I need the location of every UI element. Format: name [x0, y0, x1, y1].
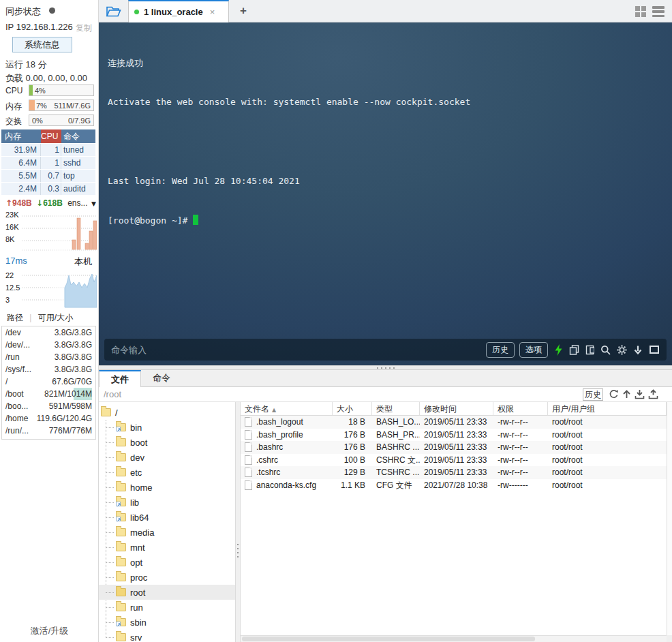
tree-item-dev[interactable]: dev	[99, 450, 235, 465]
proc-cmd: auditd	[61, 183, 95, 195]
tree-item-etc[interactable]: etc	[99, 465, 235, 480]
tree-label: srv	[130, 632, 142, 642]
file-row[interactable]: .bash_profile 176 B BASH_PR... 2019/05/1…	[241, 429, 667, 442]
tree-item-home[interactable]: home	[99, 480, 235, 495]
tree-item-srv[interactable]: srv	[99, 630, 235, 642]
file-row[interactable]: .bashrc 176 B BASHRC ... 2019/05/11 23:3…	[241, 441, 667, 454]
disk-value: 67.6G/70G	[52, 376, 92, 388]
disk-row[interactable]: /67.6G/70G	[2, 376, 95, 388]
window-mode-icon[interactable]	[649, 345, 660, 354]
col-memory[interactable]: 内存	[1, 129, 41, 143]
file-row[interactable]: .bash_logout 18 B BASH_LO... 2019/05/11 …	[241, 416, 667, 429]
col-size[interactable]: 大小	[333, 402, 372, 415]
disk-row[interactable]: /run/...776M/776M	[2, 425, 95, 437]
file-list-vertical-scrollbar[interactable]	[667, 402, 672, 635]
copy-ip-button[interactable]: 复制	[76, 22, 92, 34]
col-path[interactable]: 路径	[7, 313, 23, 322]
system-info-button[interactable]: 系统信息	[12, 37, 72, 52]
col-mtime[interactable]: 修改时间	[420, 402, 493, 415]
disk-row[interactable]: /home119.6G/120.4G	[2, 412, 95, 425]
gear-icon[interactable]	[617, 345, 627, 355]
tree-item-sbin[interactable]: sbin	[99, 615, 235, 630]
tree-label: root	[130, 587, 145, 598]
col-avail-size[interactable]: 可用/大小	[38, 313, 73, 322]
disk-path: /run/...	[5, 425, 29, 437]
directory-tree[interactable]: / bin boot dev etc home lib lib64 media …	[99, 402, 235, 642]
upload-icon[interactable]	[648, 389, 658, 399]
activate-upgrade-link[interactable]: 激活/升级	[0, 625, 99, 637]
tree-item-proc[interactable]: proc	[99, 570, 235, 585]
upload-arrow-icon: ↑	[5, 198, 12, 208]
parent-directory-icon[interactable]	[622, 389, 631, 399]
file-row[interactable]: .tcshrc 129 B TCSHRC ... 2019/05/11 23:3…	[241, 466, 667, 479]
cpu-percent: 4%	[35, 87, 46, 95]
file-row[interactable]: anaconda-ks.cfg 1.1 KB CFG 文件 2021/07/28…	[241, 479, 667, 492]
tree-list-splitter[interactable]	[235, 402, 241, 642]
col-permissions[interactable]: 权限	[493, 402, 548, 415]
net-interface[interactable]: ens...	[67, 198, 87, 208]
layout-grid-icon[interactable]	[635, 6, 647, 18]
cpu-label: CPU	[5, 86, 22, 95]
new-tab-button[interactable]: +	[235, 3, 251, 19]
ping-target[interactable]: 本机	[74, 256, 92, 268]
disk-table-header[interactable]: 路径 | 可用/大小	[7, 312, 73, 324]
options-button[interactable]: 选项	[519, 342, 548, 358]
command-input-bar[interactable]: 历史 选项	[104, 339, 667, 361]
tree-item-root-slash[interactable]: /	[99, 405, 235, 420]
disk-row[interactable]: /dev/...3.8G/3.8G	[2, 339, 95, 351]
disk-row[interactable]: /boot821M/1014M	[2, 388, 95, 400]
process-row[interactable]: 6.4M 1 sshd	[1, 157, 95, 169]
col-cpu[interactable]: CPU	[41, 129, 61, 143]
col-type[interactable]: 类型	[372, 402, 420, 415]
close-tab-icon[interactable]: ×	[210, 7, 215, 17]
disk-row[interactable]: /sys/f...3.8G/3.8G	[2, 363, 95, 376]
file-list-horizontal-scrollbar[interactable]	[241, 635, 667, 642]
command-input[interactable]	[111, 345, 481, 355]
tree-item-media[interactable]: media	[99, 525, 235, 540]
disk-row[interactable]: /boo...591M/598M	[2, 400, 95, 412]
tree-item-bin[interactable]: bin	[99, 420, 235, 435]
download-icon[interactable]	[635, 389, 645, 399]
process-table-header[interactable]: 内存 CPU 命令	[1, 129, 95, 143]
tree-item-boot[interactable]: boot	[99, 435, 235, 450]
terminal[interactable]: 连接成功 Activate the web console with: syst…	[99, 22, 672, 365]
process-row[interactable]: 5.5M 0.7 top	[1, 170, 95, 182]
tree-item-opt[interactable]: opt	[99, 555, 235, 570]
col-command[interactable]: 命令	[61, 129, 95, 143]
path-input[interactable]	[104, 388, 526, 401]
chevron-down-icon[interactable]: ▼	[91, 200, 96, 207]
col-owner[interactable]: 用户/用户组	[548, 402, 667, 415]
copy-icon[interactable]	[569, 345, 579, 355]
refresh-icon[interactable]	[609, 389, 619, 399]
file-type: CFG 文件	[372, 479, 420, 492]
connection-speed-icon[interactable]	[554, 344, 563, 356]
tree-item-run[interactable]: run	[99, 600, 235, 615]
tree-item-lib[interactable]: lib	[99, 495, 235, 510]
disk-row[interactable]: /run3.8G/3.8G	[2, 351, 95, 363]
tab-linux-oracle[interactable]: 1 linux_oracle ×	[128, 0, 229, 22]
file-row[interactable]: .cshrc 100 B CSHRC 文... 2019/05/11 23:33…	[241, 454, 667, 467]
tab-files[interactable]: 文件	[99, 370, 141, 387]
process-row[interactable]: 31.9M 1 tuned	[1, 144, 95, 156]
search-icon[interactable]	[600, 345, 611, 355]
tree-item-mnt[interactable]: mnt	[99, 540, 235, 555]
path-history-button[interactable]: 历史	[583, 388, 603, 401]
disk-row[interactable]: /dev3.8G/3.8G	[2, 326, 95, 339]
proc-cpu: 1	[41, 157, 61, 169]
connections-folder-icon[interactable]	[106, 5, 122, 18]
scrollbar-thumb[interactable]	[242, 637, 535, 641]
process-row[interactable]: 2.4M 0.3 auditd	[1, 183, 95, 195]
uptime-label: 运行 18 分	[5, 59, 47, 71]
history-button[interactable]: 历史	[486, 342, 515, 358]
tab-commands[interactable]: 命令	[141, 370, 182, 387]
col-filename[interactable]: 文件名▲	[241, 402, 333, 415]
paste-icon[interactable]	[585, 345, 594, 355]
menu-icon[interactable]	[652, 6, 665, 17]
panel-splitter[interactable]	[99, 365, 672, 370]
net-up-value: 948B	[12, 198, 32, 208]
proc-cpu: 1	[41, 144, 61, 156]
scroll-to-bottom-icon[interactable]	[633, 345, 643, 355]
network-chart	[1, 209, 97, 252]
tree-item-root-selected[interactable]: root	[99, 585, 235, 600]
tree-item-lib64[interactable]: lib64	[99, 510, 235, 525]
